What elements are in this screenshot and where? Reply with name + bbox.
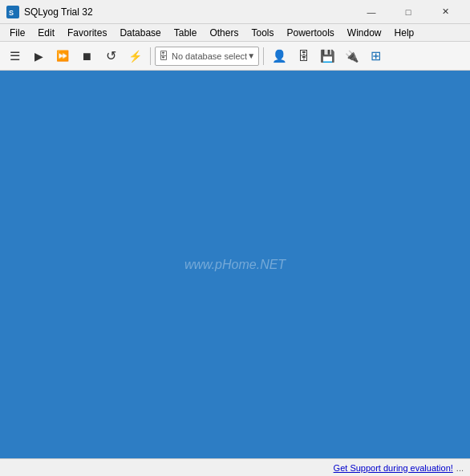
watermark-text: www.pHome.NET [184,258,286,272]
fast-forward-icon: ⏩ [56,50,69,62]
data-sync-button[interactable]: 💾 [316,45,338,67]
toolbar-separator-1 [150,47,151,65]
chevron-down-icon: ▼ [247,51,255,60]
menu-item-favorites[interactable]: Favorites [61,24,113,41]
support-link[interactable]: Get Support during evaluation! [334,463,453,473]
menu-item-file[interactable]: File [3,24,31,41]
window-controls: — □ ✕ [353,0,464,24]
refresh-icon: ↺ [106,48,116,63]
menu-item-edit[interactable]: Edit [31,24,61,41]
database-selector[interactable]: 🗄 No database select ▼ [155,47,259,66]
menu-item-table[interactable]: Table [168,24,204,41]
title-bar: S SQLyog Trial 32 — □ ✕ [0,0,470,24]
schema-sync-button[interactable]: 🗄 [292,45,314,67]
menu-bar: File Edit Favorites Database Table Other… [0,24,470,42]
minimize-button[interactable]: — [353,0,390,24]
status-bar: Get Support during evaluation! ... [0,458,470,476]
app-icon: S [6,6,19,18]
db-select-text: No database select [172,51,247,61]
menu-item-help[interactable]: Help [388,24,421,41]
execute-button[interactable]: ▶ [27,45,50,67]
list-icon: ☰ [10,49,20,63]
menu-item-others[interactable]: Others [203,24,245,41]
menu-item-window[interactable]: Window [341,24,388,41]
play-icon: ▶ [34,50,43,63]
connection-button[interactable]: ⚡ [124,45,146,67]
svg-text:S: S [9,9,14,17]
object-explorer-button[interactable]: ☰ [3,45,26,67]
schema-sync-icon: 🗄 [298,49,310,63]
connect-icon: ⚡ [128,50,142,63]
menu-item-powertools[interactable]: Powertools [280,24,340,41]
schema-designer-button[interactable]: ⊞ [364,45,387,67]
user-manager-button[interactable]: 👤 [268,45,290,67]
main-content: www.pHome.NET [0,71,470,458]
execute-all-button[interactable]: ⏩ [51,45,74,67]
backup-icon: 🔌 [345,50,359,63]
maximize-button[interactable]: □ [390,0,427,24]
menu-item-database[interactable]: Database [113,24,167,41]
window-title: SQLyog Trial 32 [24,6,353,18]
user-icon: 👤 [272,49,287,63]
stop-icon: ⏹ [81,50,92,63]
db-select-db-icon: 🗄 [159,51,168,62]
stop-button[interactable]: ⏹ [75,45,98,67]
menu-item-tools[interactable]: Tools [245,24,280,41]
backup-button[interactable]: 🔌 [340,45,363,67]
data-sync-icon: 💾 [320,49,335,63]
toolbar: ☰ ▶ ⏩ ⏹ ↺ ⚡ 🗄 No database select ▼ 👤 🗄 💾… [0,42,470,71]
status-dots: ... [456,463,464,473]
refresh-button[interactable]: ↺ [99,45,122,67]
toolbar-separator-2 [263,47,264,65]
close-button[interactable]: ✕ [427,0,464,24]
grid-icon: ⊞ [371,48,381,63]
